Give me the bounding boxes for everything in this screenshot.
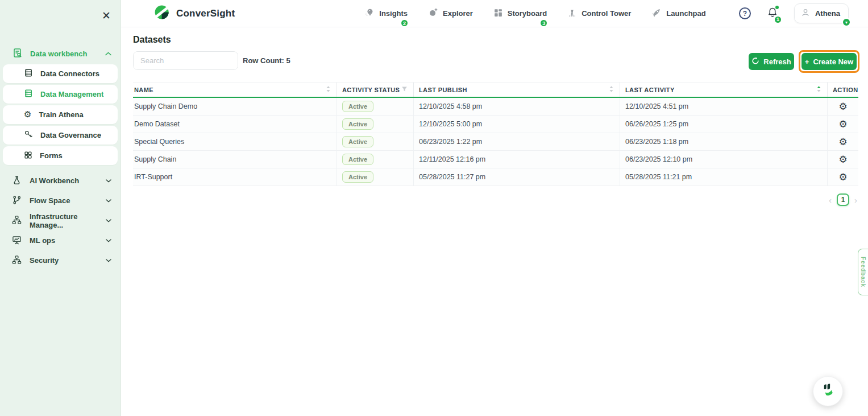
sort-icon[interactable] — [326, 85, 331, 94]
cell-last-activity: 06/23/2025 12:10 pm — [620, 151, 827, 168]
sidebar-group-ai-workbench[interactable]: AI Workbench — [0, 171, 121, 191]
refresh-button[interactable]: Refresh — [749, 53, 794, 70]
pagination-next-icon[interactable]: › — [854, 196, 857, 204]
cell-status: Active — [337, 116, 413, 133]
table-row[interactable]: Special Queries Active 06/23/2025 1:22 p… — [133, 133, 858, 151]
chat-assistant-button[interactable] — [813, 376, 843, 406]
cell-name: Special Queries — [133, 133, 337, 150]
user-name: Athena — [815, 9, 840, 18]
sidebar-item-data-connectors[interactable]: Data Connectors — [3, 64, 118, 83]
explorer-search-icon — [428, 7, 438, 19]
nav-item-storyboard[interactable]: Storyboard 3 — [493, 7, 547, 19]
sidebar-group-flow-space[interactable]: Flow Space — [0, 191, 121, 211]
status-badge: Active — [342, 136, 373, 147]
cell-action: ⚙ — [827, 168, 858, 186]
table-row[interactable]: IRT-Support Active 05/28/2025 11:27 pm 0… — [133, 168, 858, 186]
plus-icon: + — [805, 57, 809, 66]
user-menu[interactable]: Athena ▼ — [794, 3, 849, 23]
cell-last-activity: 06/26/2025 1:25 pm — [620, 116, 827, 133]
sidebar-item-label: Data Management — [40, 90, 103, 98]
sidebar-item-forms[interactable]: Forms — [3, 146, 118, 165]
avatar-person-icon — [800, 7, 811, 19]
document-search-icon — [13, 48, 23, 60]
row-count: Row Count: 5 — [243, 56, 290, 65]
page-title: Datasets — [133, 35, 171, 45]
cell-last-activity: 05/28/2025 11:21 pm — [620, 168, 827, 186]
gear-icon[interactable]: ⚙ — [838, 102, 847, 112]
cell-last-publish: 12/10/2025 5:00 pm — [413, 116, 620, 133]
nav-item-label: Launchpad — [666, 9, 705, 18]
status-badge: Active — [342, 101, 373, 112]
notifications-bell-icon[interactable]: 1 — [767, 7, 778, 20]
main-content: Datasets Row Count: 5 Refresh + Create N… — [121, 27, 868, 416]
sidebar-item-data-management[interactable]: Data Management — [3, 85, 118, 104]
cell-name: Supply Chain Demo — [133, 98, 337, 115]
help-icon[interactable]: ? — [739, 7, 751, 19]
cell-last-activity: 06/23/2025 1:18 pm — [620, 133, 827, 150]
nav-item-insights[interactable]: Insights 2 — [364, 7, 408, 19]
column-header-action: ACTION — [827, 83, 858, 97]
search-input[interactable] — [134, 52, 238, 69]
sort-asc-icon[interactable] — [816, 85, 821, 94]
pagination-page-1[interactable]: 1 — [837, 193, 849, 206]
top-nav: Insights 2 Explorer Storyboard 3 — [364, 7, 705, 19]
cell-name: Supply Chain — [133, 151, 337, 168]
table-row[interactable]: Supply Chain Demo Active 12/10/2025 4:58… — [133, 98, 858, 116]
filter-icon[interactable] — [401, 86, 408, 93]
sidebar-groups: AI Workbench Flow Space — [0, 171, 121, 270]
gear-icon[interactable]: ⚙ — [838, 172, 847, 182]
create-new-highlight: + Create New — [799, 50, 859, 73]
sidebar-group-data-workbench[interactable]: Data workbench — [0, 45, 121, 64]
create-new-label: Create New — [813, 57, 853, 66]
column-header-last-activity[interactable]: LAST ACTIVITY — [620, 83, 827, 97]
sidebar-group-infrastructure-management[interactable]: Infrastructure Manage... — [0, 211, 121, 230]
brand-logo[interactable]: ConverSight — [153, 3, 235, 23]
nav-item-explorer[interactable]: Explorer — [428, 7, 473, 19]
sidebar-group-security[interactable]: Security — [0, 250, 121, 270]
sidebar-item-data-governance[interactable]: Data Governance — [3, 126, 118, 145]
pagination: ‹ 1 › — [829, 193, 857, 206]
chevron-down-icon — [106, 179, 111, 183]
sidebar-item-train-athena[interactable]: ⚙ Train Athena — [3, 105, 118, 124]
sidebar-group-label: AI Workbench — [30, 176, 79, 185]
sidebar-item-label: Data Connectors — [40, 69, 99, 78]
sidebar: ✕ Data workbench Data Connectors — [0, 0, 121, 416]
column-header-name[interactable]: NAME — [133, 83, 337, 97]
gear-icon[interactable]: ⚙ — [838, 137, 847, 147]
refresh-label: Refresh — [763, 57, 791, 66]
chevron-down-icon — [106, 199, 111, 203]
top-bar-actions: ? 1 Athena ▼ — [739, 3, 849, 23]
gear-icon[interactable]: ⚙ — [838, 155, 847, 164]
insights-bulb-icon — [364, 7, 375, 19]
create-new-button[interactable]: + Create New — [801, 53, 857, 70]
nav-item-label: Insights — [379, 9, 408, 18]
sidebar-close-icon[interactable]: ✕ — [99, 8, 114, 23]
sort-icon[interactable] — [609, 85, 614, 94]
sidebar-group-ml-ops[interactable]: ML ops — [0, 230, 121, 250]
gear-icon[interactable]: ⚙ — [838, 120, 847, 129]
table-header-row: NAME ACTIVITY STATUS LAST PUBLISH — [133, 82, 858, 98]
search-box — [133, 51, 238, 70]
nav-item-control-tower[interactable]: Control Tower — [567, 7, 631, 19]
cell-last-activity: 12/10/2025 4:51 pm — [620, 98, 827, 115]
storyboard-grid-icon — [493, 8, 503, 19]
notification-badge: 1 — [774, 15, 782, 24]
nav-item-label: Control Tower — [582, 9, 631, 18]
cell-action: ⚙ — [827, 98, 858, 115]
nav-item-launchpad[interactable]: Launchpad — [651, 7, 705, 19]
chevron-down-icon — [106, 239, 111, 242]
feedback-tab[interactable]: Feedback — [858, 249, 868, 295]
table-row[interactable]: Supply Chain Active 12/11/2025 12:16 pm … — [133, 151, 858, 168]
status-badge: Active — [342, 154, 373, 165]
cell-status: Active — [337, 151, 413, 168]
cell-action: ⚙ — [827, 133, 858, 150]
pagination-prev-icon[interactable]: ‹ — [829, 196, 832, 204]
conversight-mark-icon — [153, 3, 171, 23]
cell-status: Active — [337, 168, 413, 186]
table-row[interactable]: Demo Dataset Active 12/10/2025 5:00 pm 0… — [133, 116, 858, 133]
column-header-last-publish[interactable]: LAST PUBLISH — [413, 83, 620, 97]
cell-action: ⚙ — [827, 151, 858, 168]
flask-icon — [12, 175, 22, 187]
column-header-activity-status[interactable]: ACTIVITY STATUS — [337, 83, 413, 97]
top-bar: ConverSight Insights 2 Explorer Sto — [121, 0, 868, 27]
